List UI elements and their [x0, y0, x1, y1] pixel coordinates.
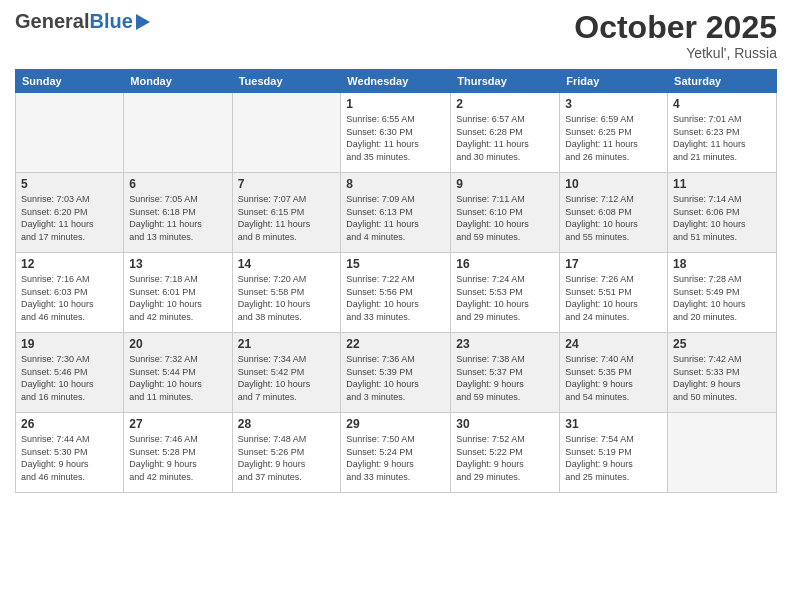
table-row: 10Sunrise: 7:12 AM Sunset: 6:08 PM Dayli… [560, 173, 668, 253]
calendar-table: Sunday Monday Tuesday Wednesday Thursday… [15, 69, 777, 493]
day-number: 20 [129, 337, 226, 351]
day-number: 25 [673, 337, 771, 351]
logo-arrow-icon [136, 14, 150, 30]
col-sunday: Sunday [16, 70, 124, 93]
table-row [124, 93, 232, 173]
day-info: Sunrise: 7:01 AM Sunset: 6:23 PM Dayligh… [673, 113, 771, 163]
day-number: 22 [346, 337, 445, 351]
table-row: 28Sunrise: 7:48 AM Sunset: 5:26 PM Dayli… [232, 413, 341, 493]
col-friday: Friday [560, 70, 668, 93]
day-number: 18 [673, 257, 771, 271]
header: General Blue October 2025 Yetkul', Russi… [15, 10, 777, 61]
table-row: 1Sunrise: 6:55 AM Sunset: 6:30 PM Daylig… [341, 93, 451, 173]
logo-blue: Blue [89, 10, 132, 33]
col-monday: Monday [124, 70, 232, 93]
logo-line: General Blue [15, 10, 150, 33]
table-row: 5Sunrise: 7:03 AM Sunset: 6:20 PM Daylig… [16, 173, 124, 253]
table-row: 31Sunrise: 7:54 AM Sunset: 5:19 PM Dayli… [560, 413, 668, 493]
table-row: 23Sunrise: 7:38 AM Sunset: 5:37 PM Dayli… [451, 333, 560, 413]
day-number: 27 [129, 417, 226, 431]
day-info: Sunrise: 7:36 AM Sunset: 5:39 PM Dayligh… [346, 353, 445, 403]
table-row: 14Sunrise: 7:20 AM Sunset: 5:58 PM Dayli… [232, 253, 341, 333]
day-info: Sunrise: 7:34 AM Sunset: 5:42 PM Dayligh… [238, 353, 336, 403]
table-row: 13Sunrise: 7:18 AM Sunset: 6:01 PM Dayli… [124, 253, 232, 333]
col-wednesday: Wednesday [341, 70, 451, 93]
table-row: 19Sunrise: 7:30 AM Sunset: 5:46 PM Dayli… [16, 333, 124, 413]
table-row: 15Sunrise: 7:22 AM Sunset: 5:56 PM Dayli… [341, 253, 451, 333]
table-row: 22Sunrise: 7:36 AM Sunset: 5:39 PM Dayli… [341, 333, 451, 413]
day-info: Sunrise: 7:54 AM Sunset: 5:19 PM Dayligh… [565, 433, 662, 483]
day-info: Sunrise: 7:42 AM Sunset: 5:33 PM Dayligh… [673, 353, 771, 403]
day-number: 17 [565, 257, 662, 271]
day-info: Sunrise: 7:22 AM Sunset: 5:56 PM Dayligh… [346, 273, 445, 323]
day-number: 9 [456, 177, 554, 191]
col-tuesday: Tuesday [232, 70, 341, 93]
table-row: 27Sunrise: 7:46 AM Sunset: 5:28 PM Dayli… [124, 413, 232, 493]
table-row: 24Sunrise: 7:40 AM Sunset: 5:35 PM Dayli… [560, 333, 668, 413]
day-info: Sunrise: 6:57 AM Sunset: 6:28 PM Dayligh… [456, 113, 554, 163]
day-info: Sunrise: 7:44 AM Sunset: 5:30 PM Dayligh… [21, 433, 118, 483]
day-number: 24 [565, 337, 662, 351]
table-row: 3Sunrise: 6:59 AM Sunset: 6:25 PM Daylig… [560, 93, 668, 173]
day-info: Sunrise: 7:03 AM Sunset: 6:20 PM Dayligh… [21, 193, 118, 243]
day-number: 4 [673, 97, 771, 111]
day-number: 31 [565, 417, 662, 431]
table-row [668, 413, 777, 493]
day-info: Sunrise: 7:16 AM Sunset: 6:03 PM Dayligh… [21, 273, 118, 323]
table-row: 29Sunrise: 7:50 AM Sunset: 5:24 PM Dayli… [341, 413, 451, 493]
day-info: Sunrise: 7:28 AM Sunset: 5:49 PM Dayligh… [673, 273, 771, 323]
day-info: Sunrise: 7:05 AM Sunset: 6:18 PM Dayligh… [129, 193, 226, 243]
day-info: Sunrise: 7:40 AM Sunset: 5:35 PM Dayligh… [565, 353, 662, 403]
day-info: Sunrise: 7:09 AM Sunset: 6:13 PM Dayligh… [346, 193, 445, 243]
day-number: 8 [346, 177, 445, 191]
day-number: 11 [673, 177, 771, 191]
table-row: 9Sunrise: 7:11 AM Sunset: 6:10 PM Daylig… [451, 173, 560, 253]
day-number: 29 [346, 417, 445, 431]
calendar-week-row: 5Sunrise: 7:03 AM Sunset: 6:20 PM Daylig… [16, 173, 777, 253]
day-info: Sunrise: 7:26 AM Sunset: 5:51 PM Dayligh… [565, 273, 662, 323]
calendar-week-row: 26Sunrise: 7:44 AM Sunset: 5:30 PM Dayli… [16, 413, 777, 493]
col-saturday: Saturday [668, 70, 777, 93]
page: General Blue October 2025 Yetkul', Russi… [0, 0, 792, 612]
table-row: 17Sunrise: 7:26 AM Sunset: 5:51 PM Dayli… [560, 253, 668, 333]
title-block: October 2025 Yetkul', Russia [574, 10, 777, 61]
day-number: 3 [565, 97, 662, 111]
calendar-week-row: 1Sunrise: 6:55 AM Sunset: 6:30 PM Daylig… [16, 93, 777, 173]
day-number: 1 [346, 97, 445, 111]
table-row: 20Sunrise: 7:32 AM Sunset: 5:44 PM Dayli… [124, 333, 232, 413]
day-number: 2 [456, 97, 554, 111]
logo-general: General [15, 10, 89, 33]
table-row: 18Sunrise: 7:28 AM Sunset: 5:49 PM Dayli… [668, 253, 777, 333]
day-number: 13 [129, 257, 226, 271]
day-info: Sunrise: 7:30 AM Sunset: 5:46 PM Dayligh… [21, 353, 118, 403]
day-info: Sunrise: 7:07 AM Sunset: 6:15 PM Dayligh… [238, 193, 336, 243]
table-row: 11Sunrise: 7:14 AM Sunset: 6:06 PM Dayli… [668, 173, 777, 253]
day-info: Sunrise: 7:46 AM Sunset: 5:28 PM Dayligh… [129, 433, 226, 483]
calendar-week-row: 12Sunrise: 7:16 AM Sunset: 6:03 PM Dayli… [16, 253, 777, 333]
day-number: 7 [238, 177, 336, 191]
day-number: 19 [21, 337, 118, 351]
day-number: 6 [129, 177, 226, 191]
table-row: 2Sunrise: 6:57 AM Sunset: 6:28 PM Daylig… [451, 93, 560, 173]
day-info: Sunrise: 7:32 AM Sunset: 5:44 PM Dayligh… [129, 353, 226, 403]
table-row: 8Sunrise: 7:09 AM Sunset: 6:13 PM Daylig… [341, 173, 451, 253]
day-number: 23 [456, 337, 554, 351]
day-number: 21 [238, 337, 336, 351]
day-info: Sunrise: 7:12 AM Sunset: 6:08 PM Dayligh… [565, 193, 662, 243]
day-info: Sunrise: 7:52 AM Sunset: 5:22 PM Dayligh… [456, 433, 554, 483]
day-number: 10 [565, 177, 662, 191]
day-number: 12 [21, 257, 118, 271]
day-info: Sunrise: 6:59 AM Sunset: 6:25 PM Dayligh… [565, 113, 662, 163]
logo: General Blue [15, 10, 150, 33]
table-row: 26Sunrise: 7:44 AM Sunset: 5:30 PM Dayli… [16, 413, 124, 493]
day-number: 26 [21, 417, 118, 431]
table-row [232, 93, 341, 173]
day-info: Sunrise: 7:24 AM Sunset: 5:53 PM Dayligh… [456, 273, 554, 323]
day-info: Sunrise: 7:20 AM Sunset: 5:58 PM Dayligh… [238, 273, 336, 323]
day-info: Sunrise: 7:50 AM Sunset: 5:24 PM Dayligh… [346, 433, 445, 483]
day-info: Sunrise: 7:14 AM Sunset: 6:06 PM Dayligh… [673, 193, 771, 243]
calendar-header-row: Sunday Monday Tuesday Wednesday Thursday… [16, 70, 777, 93]
day-number: 15 [346, 257, 445, 271]
table-row: 6Sunrise: 7:05 AM Sunset: 6:18 PM Daylig… [124, 173, 232, 253]
table-row: 21Sunrise: 7:34 AM Sunset: 5:42 PM Dayli… [232, 333, 341, 413]
